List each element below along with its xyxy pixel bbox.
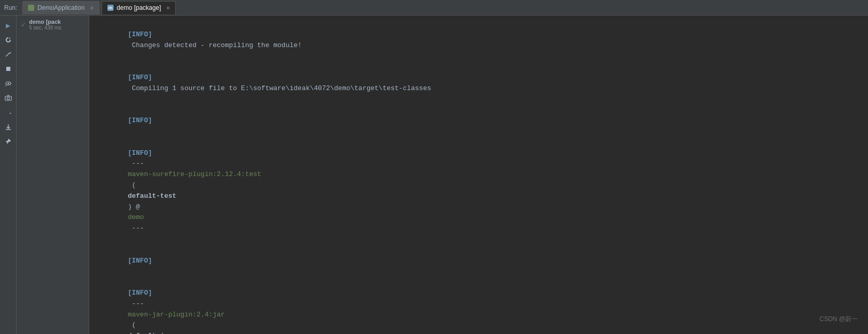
text-4d: ---	[128, 224, 144, 232]
run-name: demo [pack	[29, 19, 61, 25]
bracket-3: [INFO]	[128, 117, 152, 124]
line-6: [INFO] --- maven-jar-plugin:2.4:jar ( de…	[95, 277, 862, 334]
svg-point-4	[7, 97, 9, 100]
console-wrapper: [INFO] Changes detected - recompiling th…	[89, 16, 868, 334]
tab-demo-pkg-label: demo [package]	[117, 4, 161, 11]
plugin-2: maven-jar-plugin:2.4:jar	[128, 311, 225, 318]
demo-1: demo	[128, 213, 144, 221]
main-area: ▶	[0, 16, 868, 334]
tab-close-pkg[interactable]: ✕	[166, 5, 170, 11]
tab-close-app[interactable]: ✕	[90, 5, 94, 11]
svg-rect-0	[6, 67, 10, 71]
check-icon: ✓	[21, 21, 26, 28]
line-1: [INFO] Changes detected - recompiling th…	[95, 19, 862, 62]
bracket-5: [INFO]	[128, 257, 152, 265]
tab-demo-app[interactable]: DemoApplication ✕	[22, 1, 100, 14]
bracket-1: [INFO]	[128, 31, 152, 38]
bracket-2: [INFO]	[128, 74, 152, 81]
camera-button[interactable]	[2, 91, 15, 105]
tab-demo-pkg[interactable]: m demo [package] ✕	[102, 1, 176, 14]
console-output[interactable]: [INFO] Changes detected - recompiling th…	[89, 16, 868, 334]
text-1: Changes detected - recompiling the modul…	[128, 41, 301, 49]
sidebar: ▶	[0, 16, 17, 334]
plugin-1: maven-surefire-plugin:2.12.4:test	[128, 170, 261, 178]
run-panel: ✓ demo [pack 5 sec, 439 ms	[17, 16, 89, 334]
rerun-button[interactable]	[2, 33, 15, 47]
run-item[interactable]: ✓ demo [pack 5 sec, 439 ms	[17, 16, 89, 34]
run-time: 5 sec, 439 ms	[29, 25, 61, 31]
text-2: Compiling 1 source file to E:\software\i…	[128, 84, 431, 92]
bracket-4: [INFO]	[128, 149, 152, 157]
eye-button[interactable]	[2, 77, 15, 90]
run-label: Run:	[4, 4, 17, 11]
sort-button[interactable]	[2, 106, 15, 119]
import-button[interactable]	[2, 120, 15, 134]
bracket-6: [INFO]	[128, 289, 152, 297]
watermark: CSDN @蔚一	[819, 315, 858, 324]
bold-1: default-test	[128, 192, 176, 200]
bold-2: default-jar	[128, 332, 172, 334]
text-6b: (	[128, 321, 136, 329]
tab-bar: Run: DemoApplication ✕ m demo [package] …	[0, 0, 868, 16]
line-2: [INFO] Compiling 1 source file to E:\sof…	[95, 62, 862, 105]
text-4c: ) @	[128, 203, 144, 211]
pin-button[interactable]	[2, 135, 15, 148]
text-6a: ---	[128, 300, 148, 308]
text-4b: (	[128, 181, 136, 189]
text-4a: ---	[128, 159, 148, 167]
maven-icon: m	[107, 5, 114, 11]
play-button[interactable]: ▶	[2, 19, 15, 32]
wrench-button[interactable]	[2, 48, 15, 61]
line-4: [INFO] --- maven-surefire-plugin:2.12.4:…	[95, 137, 862, 245]
line-5: [INFO]	[95, 245, 862, 277]
app-icon	[28, 5, 34, 11]
tab-demo-app-label: DemoApplication	[37, 4, 85, 11]
stop-button[interactable]	[2, 62, 15, 76]
line-3: [INFO]	[95, 105, 862, 137]
svg-point-2	[7, 83, 9, 84]
